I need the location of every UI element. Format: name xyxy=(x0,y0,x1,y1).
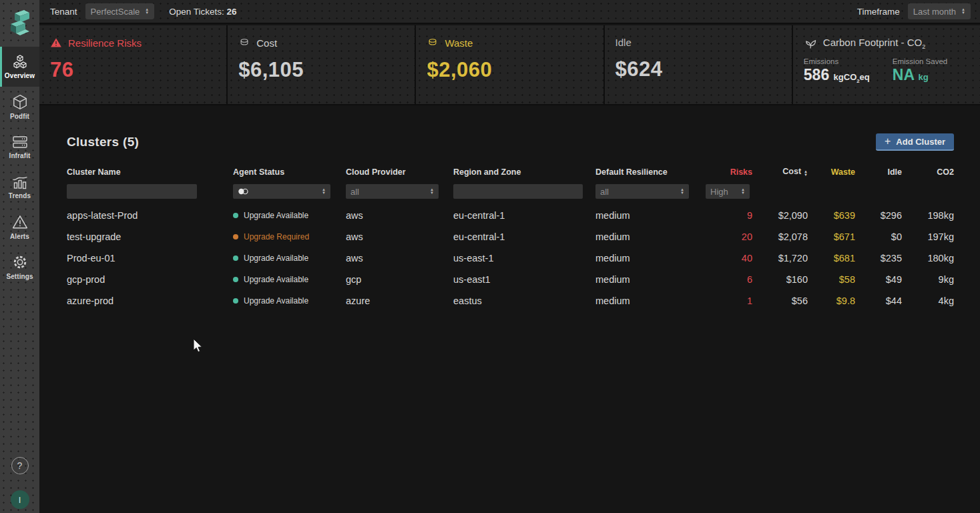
agent-status-text: Upgrade Required xyxy=(244,232,309,241)
default-resilience-cell: medium xyxy=(595,210,691,221)
agent-status-cell: Upgrade Available xyxy=(233,275,346,284)
stat-value: $2,060 xyxy=(427,58,592,82)
cluster-row[interactable]: azure-prod Upgrade Available azure eastu… xyxy=(67,290,954,312)
risks-filter-select[interactable]: High ▲▼ xyxy=(706,184,750,199)
stat-value: $624 xyxy=(616,57,781,81)
co2-cell: 197kg xyxy=(902,231,954,242)
column-header-risks[interactable]: Risks xyxy=(691,167,752,177)
cloud-provider-cell: aws xyxy=(346,210,453,221)
perfectscale-logo[interactable] xyxy=(0,0,39,47)
cluster-row[interactable]: gcp-prod Upgrade Available gcp us-east1 … xyxy=(67,269,954,290)
cluster-name-cell[interactable]: test-upgrade xyxy=(67,231,233,242)
cluster-name-filter-input[interactable] xyxy=(67,184,197,199)
cost-cell: $56 xyxy=(752,296,808,306)
stat-card-idle[interactable]: Idle $624 xyxy=(605,25,793,104)
column-header-cluster-name[interactable]: Cluster Name xyxy=(67,167,233,177)
sidebar-item-label: Overview xyxy=(5,72,35,79)
cluster-name-cell[interactable]: azure-prod xyxy=(67,296,233,306)
column-header-agent-status[interactable]: Agent Status xyxy=(233,167,346,177)
main-content: Clusters (5) + Add Cluster Cluster Name … xyxy=(39,107,980,513)
column-header-waste[interactable]: Waste xyxy=(808,167,855,177)
sidebar-item-settings[interactable]: Settings xyxy=(0,247,39,287)
region-zone-cell: us-east-1 xyxy=(453,253,595,264)
clusters-heading: Clusters (5) xyxy=(67,135,139,149)
idle-cell: $0 xyxy=(855,231,902,242)
column-header-region-zone[interactable]: Region and Zone xyxy=(453,167,595,177)
stat-title: Waste xyxy=(445,37,473,49)
help-glyph: ? xyxy=(17,460,23,471)
cluster-row[interactable]: Prod-eu-01 Upgrade Available aws us-east… xyxy=(67,247,954,269)
open-tickets-label: Open Tickets: xyxy=(169,7,226,17)
cloud-provider-filter-select[interactable]: all ▲▼ xyxy=(346,184,439,199)
toggle-icon xyxy=(238,187,250,195)
timeframe-label: Timeframe xyxy=(857,7,900,17)
status-dot-icon xyxy=(233,277,238,282)
bar-chart-icon xyxy=(11,174,29,190)
region-zone-cell: eu-central-1 xyxy=(453,210,595,221)
cloud-provider-cell: gcp xyxy=(346,274,453,285)
tenant-label: Tenant xyxy=(50,7,77,17)
risks-cell: 20 xyxy=(691,231,752,242)
column-header-cloud-provider[interactable]: Cloud Provider xyxy=(346,167,453,177)
status-dot-icon xyxy=(233,213,238,218)
sidebar-item-infrafit[interactable]: Infrafit xyxy=(0,127,39,167)
plus-icon: + xyxy=(885,135,891,147)
column-header-cost[interactable]: Cost▲▼ xyxy=(752,167,808,177)
stat-card-waste[interactable]: Waste $2,060 xyxy=(416,25,604,104)
column-header-default-resilience[interactable]: Default Resilience xyxy=(595,167,691,177)
chevron-updown-icon: ▲▼ xyxy=(680,188,684,195)
cluster-row[interactable]: test-upgrade Upgrade Required aws eu-cen… xyxy=(67,226,954,247)
stat-title: Carbon Footprint - CO2 xyxy=(823,37,925,50)
open-tickets: Open Tickets: 26 xyxy=(169,7,236,17)
cloud-provider-cell: aws xyxy=(346,231,453,242)
co2-cell: 9kg xyxy=(902,274,954,285)
column-header-idle[interactable]: Idle xyxy=(855,167,902,177)
stat-card-carbon-footprint[interactable]: Carbon Footprint - CO2 Emissions 586 kgC… xyxy=(793,25,980,104)
topbar: Tenant PerfectScale ▲▼ Open Tickets: 26 … xyxy=(39,0,980,24)
sidebar-item-alerts[interactable]: Alerts xyxy=(0,207,39,247)
sidebar-item-overview[interactable]: Overview xyxy=(0,47,39,87)
default-resilience-cell: medium xyxy=(595,296,691,306)
table-filter-row: ▲▼ all ▲▼ all ▲▼ High xyxy=(67,183,954,199)
stat-value: 76 xyxy=(50,58,216,82)
region-zone-cell: eastus xyxy=(453,296,595,306)
timeframe-select[interactable]: Last month ▲▼ xyxy=(908,3,971,19)
default-resilience-filter-select[interactable]: all ▲▼ xyxy=(595,184,689,199)
region-zone-cell: eu-central-1 xyxy=(453,231,595,242)
sidebar-item-trends[interactable]: Trends xyxy=(0,167,39,207)
gear-icon xyxy=(11,253,29,271)
stat-card-cost[interactable]: Cost $6,105 xyxy=(228,25,416,104)
cost-cell: $160 xyxy=(752,274,808,285)
column-header-co2[interactable]: CO2 xyxy=(902,167,954,177)
risks-cell: 6 xyxy=(691,274,752,285)
chevron-updown-icon: ▲▼ xyxy=(322,188,326,195)
chevron-updown-icon: ▲▼ xyxy=(741,188,745,195)
avatar[interactable]: I xyxy=(11,490,29,509)
tenant-select[interactable]: PerfectScale ▲▼ xyxy=(85,3,155,19)
cube-icon xyxy=(11,93,29,111)
stat-card-resilience-risks[interactable]: Resilience Risks 76 xyxy=(39,25,228,104)
cloud-provider-filter-value: all xyxy=(350,187,359,197)
logo-icon xyxy=(8,9,32,37)
table-header-row: Cluster Name Agent Status Cloud Provider… xyxy=(67,167,954,177)
idle-cell: $49 xyxy=(855,274,902,285)
coins-icon xyxy=(238,37,250,49)
cluster-name-cell[interactable]: gcp-prod xyxy=(67,274,233,285)
servers-icon xyxy=(11,134,29,150)
agent-status-text: Upgrade Available xyxy=(244,253,308,263)
waste-cell: $9.8 xyxy=(808,296,855,306)
risks-cell: 1 xyxy=(691,296,752,306)
cluster-row[interactable]: apps-latest-Prod Upgrade Available aws e… xyxy=(67,205,954,226)
region-zone-filter-input[interactable] xyxy=(453,184,583,199)
sidebar-item-podfit[interactable]: Podfit xyxy=(0,87,39,127)
help-icon[interactable]: ? xyxy=(11,457,29,474)
chevron-updown-icon: ▲▼ xyxy=(145,8,149,15)
add-cluster-button[interactable]: + Add Cluster xyxy=(876,133,954,151)
chevron-updown-icon: ▲▼ xyxy=(430,188,434,195)
agent-status-filter-select[interactable]: ▲▼ xyxy=(233,184,330,199)
add-cluster-label: Add Cluster xyxy=(896,137,945,147)
agent-status-cell: Upgrade Available xyxy=(233,211,346,220)
stat-value: $6,105 xyxy=(238,58,404,82)
cluster-name-cell[interactable]: Prod-eu-01 xyxy=(67,253,233,264)
cluster-name-cell[interactable]: apps-latest-Prod xyxy=(67,210,233,221)
